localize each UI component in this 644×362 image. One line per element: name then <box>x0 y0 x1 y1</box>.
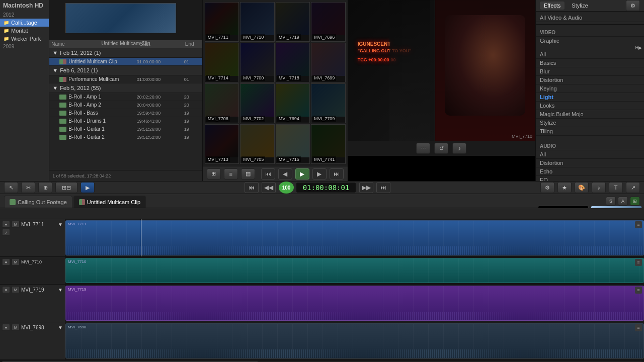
thumb-MVI_7719[interactable]: MVI_7719 <box>276 2 310 42</box>
tool-settings[interactable]: ⚙ <box>540 182 554 193</box>
effects-video-tiling[interactable]: Tiling <box>536 127 644 136</box>
thumb-MVI_7706[interactable]: MVI_7706 <box>205 83 239 123</box>
track-enable-7711[interactable]: ● <box>2 221 10 228</box>
effects-all-video-audio[interactable]: All Video & Audio <box>536 14 644 22</box>
effects-video-light[interactable]: Light <box>536 93 644 102</box>
thumb-label-7741: MVI_7741 <box>312 156 336 162</box>
effects-video-basics[interactable]: Basics <box>536 59 644 67</box>
tool-group[interactable]: ⊞⊟ <box>55 182 77 193</box>
tool-effects2[interactable]: ★ <box>557 182 572 193</box>
tool-audio[interactable]: ♪ <box>592 182 606 193</box>
track-overflow-7710[interactable]: ≡ <box>635 259 642 266</box>
sidebar-item-wicker[interactable]: 📁 Wicker Park <box>0 35 49 43</box>
effects-video-distortion[interactable]: Distortion <box>536 76 644 84</box>
effects-audio-echo[interactable]: Echo <box>536 167 644 176</box>
clip-row-broll-guitar1[interactable]: B-Roll - Guitar 1 19:51:26:00 19 <box>49 125 202 133</box>
date-group-feb5[interactable]: ▼ Feb 5, 2012 (55) <box>49 83 202 93</box>
effects-audio-all[interactable]: All <box>536 150 644 159</box>
track-mute-7719[interactable]: M <box>12 286 20 293</box>
timeline-tab-calling[interactable]: Calling Out Footage <box>4 196 72 208</box>
tool-select[interactable]: ↖ <box>4 182 18 193</box>
thumb-MVI_7709[interactable]: MVI_7709 <box>311 83 346 123</box>
thumb-MVI_7714[interactable]: MVI_7714 <box>205 43 239 82</box>
tool-position[interactable]: ⊕ <box>38 182 52 193</box>
grid-view-btn[interactable]: ⊞ <box>207 168 221 179</box>
clip-7710[interactable]: MVI_7710 <box>65 258 644 283</box>
play-pause-btn[interactable]: ▶ <box>295 168 309 179</box>
effects-video-all[interactable]: All <box>536 50 644 59</box>
track-expand-7719[interactable]: ▼ <box>58 287 63 293</box>
sidebar-item-calli[interactable]: 📁 Calli...tage <box>0 19 49 27</box>
thumb-MVI_7702[interactable]: MVI_7702 <box>240 83 275 123</box>
pb-skip-back[interactable]: ⏮ <box>245 182 259 193</box>
track-enable-7719[interactable]: ● <box>2 286 10 293</box>
thumb-MVI_7700[interactable]: MVI_7700 <box>240 43 275 82</box>
track-enable-7698[interactable]: ● <box>2 324 10 331</box>
effects-video-keying[interactable]: Keying <box>536 84 644 93</box>
thumb-MVI_7705[interactable]: MVI_7705 <box>240 124 275 164</box>
effects-video-graphic[interactable]: Graphic <box>536 37 644 45</box>
track-enable-7710[interactable]: ● <box>2 258 10 265</box>
effects-video-stylize[interactable]: Stylize <box>536 119 644 127</box>
date-group-feb6[interactable]: ▼ Feb 6, 2012 (1) <box>49 66 202 75</box>
pb-next[interactable]: ▶▶ <box>359 182 373 193</box>
clip-row-broll-guitar2[interactable]: B-Roll - Guitar 2 19:51:52:00 19 <box>49 133 202 141</box>
clip-7719[interactable]: MVI_7719 <box>65 286 644 321</box>
preview-skim-btn[interactable]: ⋯ <box>416 143 430 154</box>
thumb-MVI_7741[interactable]: MVI_7741 <box>311 124 346 164</box>
clip-row-broll-bass[interactable]: B-Roll - Bass 19:59:42:00 19 <box>49 109 202 117</box>
clip-7698[interactable]: MVI_7698 <box>65 323 644 358</box>
timeline-zoom[interactable]: ⊞ <box>630 197 640 206</box>
preview-audio-btn[interactable]: ♪ <box>452 143 466 154</box>
thumb-MVI_7694[interactable]: MVI_7694 <box>276 83 310 123</box>
track-mute-7698[interactable]: M <box>12 324 20 331</box>
filmstrip-view-btn[interactable]: ▤ <box>241 168 255 179</box>
sidebar-item-moritat[interactable]: 📁 Moritat <box>0 27 49 35</box>
date-group-feb12[interactable]: ▼ Feb 12, 2012 (1) <box>49 48 202 58</box>
clip-row-broll-amp2[interactable]: B-Roll - Amp 2 20:04:06:00 20 <box>49 101 202 109</box>
timeline-audio[interactable]: A <box>618 197 628 206</box>
thumb-MVI_7715[interactable]: MVI_7715 <box>276 124 310 164</box>
skip-back-btn[interactable]: ⏮ <box>261 168 275 179</box>
prev-frame-btn[interactable]: ◀ <box>278 168 292 179</box>
tool-trim[interactable]: ✂ <box>21 182 35 193</box>
thumb-MVI_7713[interactable]: MVI_7713 <box>205 124 239 164</box>
track-expand-7711[interactable]: ▼ <box>58 222 63 227</box>
next-frame-btn[interactable]: ▶ <box>312 168 327 179</box>
clip-7711[interactable]: MVI_7711 <box>65 220 644 255</box>
effects-video-magic[interactable]: Magic Bullet Mojo <box>536 110 644 119</box>
track-mute-7710[interactable]: M <box>12 258 20 265</box>
thumb-MVI_7718[interactable]: MVI_7718 <box>276 43 310 82</box>
track-expand-7698[interactable]: ▼ <box>58 325 63 330</box>
timeline-settings[interactable]: S <box>606 197 616 206</box>
tool-color[interactable]: 🎨 <box>575 182 589 193</box>
track-overflow-7719[interactable]: ≡ <box>635 287 642 294</box>
pb-prev[interactable]: ◀◀ <box>262 182 276 193</box>
pb-skip-fwd[interactable]: ⏭ <box>376 182 390 193</box>
effects-tab-stylize[interactable]: Stylize <box>568 2 592 10</box>
clip-row-broll-amp1[interactable]: B-Roll - Amp 1 20:02:26:00 20 <box>49 93 202 101</box>
effects-video-blur[interactable]: Blur <box>536 67 644 76</box>
effects-video-looks[interactable]: Looks <box>536 102 644 110</box>
clip-row-performance[interactable]: Performance Multicam 01:00:00:00 01 <box>49 75 202 83</box>
preview-loop-btn[interactable]: ↺ <box>434 143 448 154</box>
track-overflow-7711[interactable]: ≡ <box>635 221 642 228</box>
track-overflow-7698[interactable]: ≡ <box>635 324 642 331</box>
tool-arrow[interactable]: ▶ <box>80 182 95 193</box>
thumb-MVI_7711[interactable]: MVI_7711 <box>205 2 239 42</box>
tool-title[interactable]: T <box>609 182 623 193</box>
skip-fwd-btn[interactable]: ⏭ <box>330 168 344 179</box>
thumb-MVI_7699[interactable]: MVI_7699 <box>311 43 346 82</box>
track-mute-7711[interactable]: M <box>12 221 20 228</box>
timeline-tab-multicam[interactable]: Untitled Multicam Clip <box>73 196 146 208</box>
clip-row-untitled-multicam[interactable]: Untitled Multicam Clip 01:00:00:00 01 <box>49 58 202 66</box>
thumb-MVI_7696[interactable]: MVI_7696 <box>311 2 346 42</box>
clip-row-broll-drums[interactable]: B-Roll - Drums 1 19:46:41:00 19 <box>49 117 202 125</box>
effects-tab-effects[interactable]: Effects <box>540 2 565 10</box>
list-view-btn[interactable]: ≡ <box>224 168 238 179</box>
track-audio-7711[interactable]: ♪ <box>2 229 10 236</box>
effects-options-btn[interactable]: ⚙ <box>626 0 640 11</box>
thumb-MVI_7710[interactable]: MVI_7710 <box>240 2 275 42</box>
effects-audio-distortion[interactable]: Distortion <box>536 159 644 167</box>
tool-share[interactable]: ↗ <box>626 182 640 193</box>
